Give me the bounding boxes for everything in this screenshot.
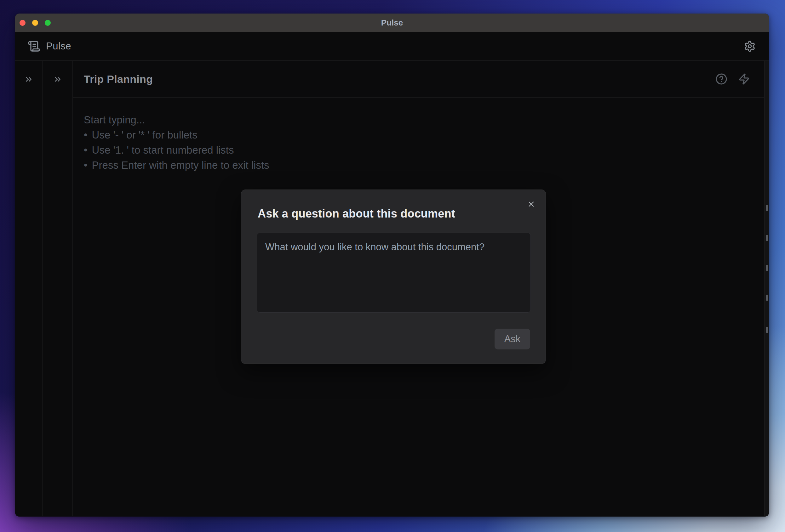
question-input[interactable] (257, 233, 531, 313)
ask-question-dialog: Ask a question about this document Ask (241, 189, 546, 364)
gear-icon (744, 40, 756, 52)
chevrons-right-icon (53, 75, 62, 84)
x-icon (527, 200, 535, 208)
editor-area[interactable]: Start typing... •Use '- ' or '* ' for bu… (73, 98, 769, 173)
scroll-text-icon (28, 40, 40, 53)
titlebar[interactable]: Pulse (15, 14, 769, 32)
ask-button[interactable]: Ask (495, 329, 530, 349)
close-dialog-button[interactable] (527, 200, 535, 209)
zap-icon (738, 73, 750, 85)
sidebar-collapsed-outer (15, 61, 43, 516)
clipped-edge-glyph (766, 265, 768, 271)
dialog-title: Ask a question about this document (258, 207, 455, 220)
bullet-glyph: • (84, 144, 87, 156)
help-button[interactable] (715, 73, 727, 85)
app-window: Pulse Pulse (15, 14, 769, 516)
clipped-edge-glyph (766, 235, 768, 241)
expand-sidebar-button[interactable] (24, 75, 33, 84)
desktop-wallpaper: Pulse Pulse (0, 0, 785, 532)
help-circle-icon (715, 73, 727, 85)
chevrons-right-icon (24, 75, 33, 84)
editor-placeholder-heading: Start typing... (84, 112, 750, 128)
clipped-edge-glyph (766, 327, 768, 333)
app-brand-label: Pulse (46, 41, 71, 52)
document-header: Trip Planning (73, 61, 769, 98)
bullet-glyph: • (84, 159, 87, 171)
right-edge-strip (764, 61, 769, 516)
editor-placeholder-tip: •Press Enter with empty line to exit lis… (84, 158, 750, 173)
clipped-edge-glyph (766, 295, 768, 301)
editor-placeholder-tip: •Use '- ' or '* ' for bullets (84, 128, 750, 142)
app-header: Pulse (15, 32, 769, 61)
settings-button[interactable] (744, 40, 756, 52)
sidebar-collapsed-inner (43, 61, 73, 516)
expand-panel-button[interactable] (53, 75, 62, 84)
bullet-glyph: • (84, 129, 87, 141)
app-brand: Pulse (28, 40, 71, 53)
clipped-edge-glyph (766, 205, 768, 211)
document-actions (715, 73, 750, 85)
window-title: Pulse (15, 18, 769, 28)
ask-ai-button[interactable] (738, 73, 750, 85)
document-title: Trip Planning (84, 73, 153, 85)
editor-placeholder-tip: •Use '1. ' to start numbered lists (84, 142, 750, 158)
